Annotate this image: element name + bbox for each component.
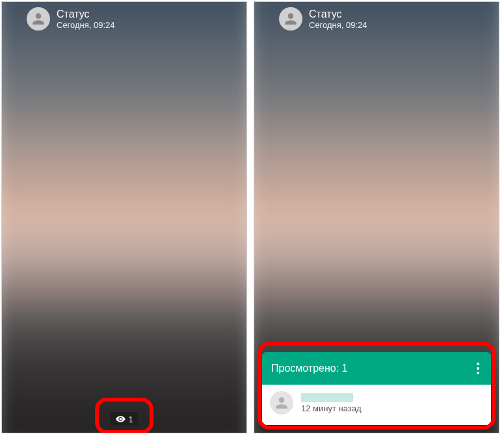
avatar (27, 7, 50, 31)
more-options-button[interactable] (474, 360, 482, 377)
eye-icon (115, 414, 126, 424)
person-icon (273, 394, 290, 411)
status-time: Сегодня, 09:24 (309, 20, 367, 31)
status-title: Статус (309, 8, 367, 20)
person-icon (282, 10, 299, 27)
person-icon (30, 10, 47, 27)
viewers-sheet-title: Просмотрено: 1 (271, 363, 348, 374)
views-count: 1 (128, 415, 133, 424)
status-header: Статус Сегодня, 09:24 (27, 7, 115, 31)
viewers-sheet-header: Просмотрено: 1 (262, 352, 491, 385)
viewers-list: 12 минут назад (262, 385, 491, 425)
viewer-time: 12 минут назад (301, 404, 362, 413)
viewer-name-redacted (301, 393, 353, 402)
status-background (1, 1, 247, 433)
status-view-screen-right: Статус Сегодня, 09:24 Просмотрено: 1 12 … (254, 1, 499, 433)
status-time: Сегодня, 09:24 (57, 20, 115, 31)
status-title: Статус (57, 8, 115, 20)
status-header: Статус Сегодня, 09:24 (279, 7, 367, 31)
viewer-row[interactable]: 12 минут назад (270, 391, 483, 415)
viewers-bottom-sheet: Просмотрено: 1 12 минут назад (262, 352, 491, 425)
status-view-screen-left: Статус Сегодня, 09:24 1 (1, 1, 247, 433)
viewer-avatar (270, 391, 293, 415)
avatar (279, 7, 302, 31)
views-count-button[interactable]: 1 (110, 412, 138, 426)
